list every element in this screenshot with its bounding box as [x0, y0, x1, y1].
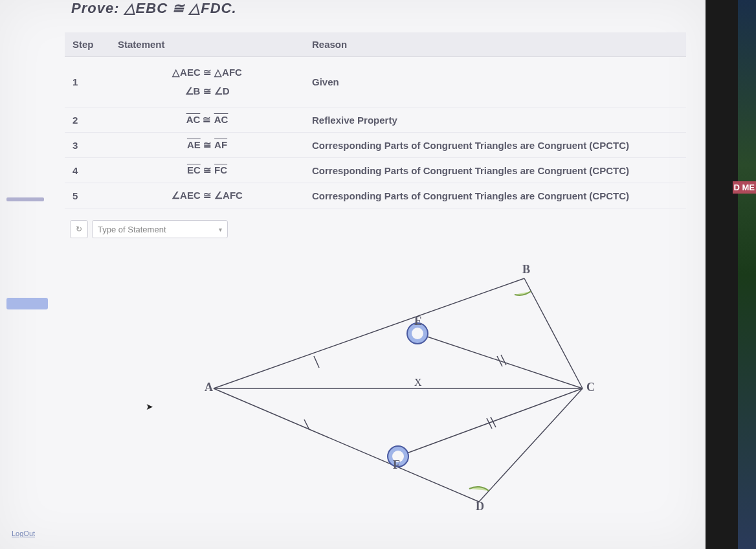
vertex-label-b: B: [522, 263, 530, 276]
table-row: 4 EC ≅ FC Corresponding Parts of Congrue…: [65, 158, 686, 183]
statement-cell: AE ≅ AF: [110, 133, 304, 158]
main-panel: Prove: △EBC ≅ △FDC. Step Statement Reaso…: [0, 0, 706, 549]
step-number: 5: [65, 183, 110, 208]
sidebar-indicator: [6, 197, 44, 201]
step-number: 2: [65, 107, 110, 133]
svg-line-11: [314, 356, 319, 368]
svg-line-6: [398, 388, 583, 456]
cursor-icon: ➤: [146, 401, 153, 412]
prove-heading: Prove: △EBC ≅ △FDC.: [71, 0, 237, 17]
vertex-label-a: A: [205, 381, 213, 394]
chevron-down-icon: ▾: [219, 226, 222, 233]
tick-label: X: [414, 377, 422, 388]
vertex-label-f: F: [393, 458, 400, 472]
vertex-label-e: E: [414, 315, 422, 328]
svg-line-2: [479, 388, 583, 502]
statement-type-select[interactable]: Type of Statement ▾: [92, 220, 228, 238]
reset-step-button[interactable]: ↻: [70, 220, 88, 238]
reason-cell: Given: [304, 57, 686, 107]
statement-text: ∠B ≅ ∠D: [185, 85, 230, 96]
reason-cell: Corresponding Parts of Congruent Triangl…: [304, 158, 686, 183]
svg-line-3: [214, 388, 479, 502]
vertex-label-c: C: [586, 381, 595, 394]
proof-table: Step Statement Reason 1 △AEC ≅ △AFC ∠B ≅…: [65, 32, 686, 208]
reason-cell: Reflexive Property: [304, 107, 686, 133]
reset-icon: ↻: [76, 225, 82, 234]
side-badge: D ME: [733, 181, 757, 194]
step-number: 4: [65, 158, 110, 183]
statement-cell: ∠AEC ≅ ∠AFC: [110, 183, 304, 208]
logout-link[interactable]: LogOut: [12, 530, 35, 537]
segment: EC: [187, 164, 201, 175]
reason-cell: Corresponding Parts of Congruent Triangl…: [304, 183, 686, 208]
statement-cell: EC ≅ FC: [110, 158, 304, 183]
statement-toolbar: ↻ Type of Statement ▾: [70, 220, 228, 238]
step-number: 1: [65, 57, 110, 107]
header-statement: Statement: [110, 32, 304, 57]
table-row: 5 ∠AEC ≅ ∠AFC Corresponding Parts of Con…: [65, 183, 686, 208]
segment: FC: [214, 164, 227, 175]
triangle-diagram: X A B C D E F: [201, 259, 615, 511]
vertex-label-d: D: [476, 500, 484, 513]
header-step: Step: [65, 32, 110, 57]
step-number: 3: [65, 133, 110, 158]
reason-cell: Corresponding Parts of Congruent Triangl…: [304, 133, 686, 158]
statement-cell: AC ≅ AC: [110, 107, 304, 133]
segment: AC: [214, 114, 228, 125]
sidebar-button[interactable]: [6, 298, 48, 309]
side-strip: [738, 0, 756, 549]
statement-cell: △AEC ≅ △AFC ∠B ≅ ∠D: [110, 57, 304, 107]
svg-line-14: [501, 355, 506, 365]
statement-text: △AEC ≅ △AFC: [172, 67, 242, 78]
table-row: 3 AE ≅ AF Corresponding Parts of Congrue…: [65, 133, 686, 158]
segment: AF: [214, 139, 227, 150]
select-placeholder: Type of Statement: [98, 225, 166, 234]
segment: AC: [186, 114, 201, 125]
svg-point-8: [412, 328, 423, 339]
segment: AE: [187, 139, 201, 150]
header-reason: Reason: [304, 32, 686, 57]
table-row: 1 △AEC ≅ △AFC ∠B ≅ ∠D Given: [65, 57, 686, 107]
svg-line-0: [214, 278, 524, 388]
table-row: 2 AC ≅ AC Reflexive Property: [65, 107, 686, 133]
